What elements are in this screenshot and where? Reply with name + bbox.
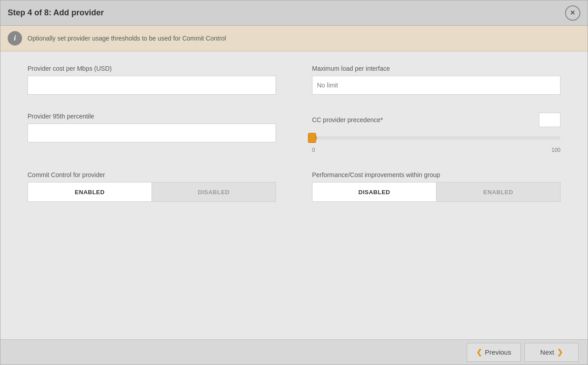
next-chevron-icon: ❯ [557, 348, 563, 356]
next-label: Next [540, 348, 554, 356]
slider-track [312, 136, 560, 140]
commit-control-label: Commit Control for provider [28, 171, 276, 178]
previous-label: Previous [485, 348, 511, 356]
max-load-input[interactable] [312, 76, 560, 95]
provider-percentile-input[interactable] [28, 123, 276, 142]
max-load-label: Maximum load per interface [312, 65, 560, 72]
info-banner-text: Optionally set provider usage thresholds… [28, 35, 226, 42]
commit-control-group: Commit Control for provider ENABLED DISA… [28, 171, 276, 202]
perf-enabled-button[interactable]: ENABLED [436, 182, 560, 201]
provider-cost-input[interactable] [28, 76, 276, 95]
dialog-header: Step 4 of 8: Add provider × [0, 0, 588, 26]
max-load-group: Maximum load per interface [312, 65, 560, 95]
commit-control-toggle: ENABLED DISABLED [28, 182, 276, 202]
slider-min-label: 0 [312, 147, 315, 153]
cc-precedence-label: CC provider precedence* [312, 116, 383, 123]
cc-precedence-value-input[interactable] [539, 113, 560, 127]
provider-cost-label: Provider cost per Mbps (USD) [28, 65, 276, 72]
previous-button[interactable]: ❮ Previous [467, 343, 521, 362]
next-button[interactable]: Next ❯ [524, 343, 579, 362]
info-banner: i Optionally set provider usage threshol… [0, 26, 588, 51]
commit-enabled-button[interactable]: ENABLED [28, 182, 152, 201]
cc-precedence-header: CC provider precedence* [312, 113, 560, 127]
perf-cost-label: Performance/Cost improvements within gro… [312, 171, 560, 178]
perf-cost-group: Performance/Cost improvements within gro… [312, 171, 560, 202]
dialog-footer: ❮ Previous Next ❯ [0, 339, 588, 365]
provider-percentile-label: Provider 95th percentile [28, 113, 276, 120]
prev-chevron-icon: ❮ [476, 348, 482, 356]
provider-cost-group: Provider cost per Mbps (USD) [28, 65, 276, 95]
slider-thumb[interactable] [308, 133, 316, 143]
perf-cost-toggle: DISABLED ENABLED [312, 182, 560, 202]
perf-disabled-button[interactable]: DISABLED [312, 182, 436, 201]
dialog-body: Provider cost per Mbps (USD) Maximum loa… [0, 51, 588, 339]
info-icon: i [8, 31, 22, 46]
slider-range: 0 100 [312, 147, 560, 153]
cc-precedence-group: CC provider precedence* 0 100 [312, 113, 560, 153]
dialog: Step 4 of 8: Add provider × i Optionally… [0, 0, 588, 365]
dialog-title: Step 4 of 8: Add provider [8, 8, 104, 18]
slider-max-label: 100 [551, 147, 560, 153]
provider-percentile-group: Provider 95th percentile [28, 113, 276, 153]
close-button[interactable]: × [565, 5, 580, 21]
commit-disabled-button[interactable]: DISABLED [152, 182, 276, 201]
slider-wrapper [312, 132, 560, 143]
